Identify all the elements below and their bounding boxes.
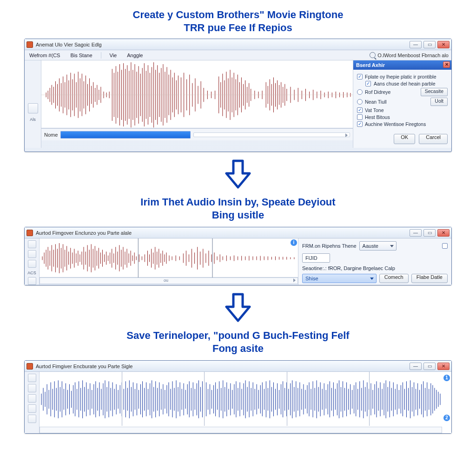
tool-button[interactable] (28, 415, 36, 423)
format-dropdown[interactable]: Aauste (359, 241, 397, 251)
minimize-button[interactable]: — (410, 363, 422, 370)
secasite-button[interactable]: Secasite (421, 88, 448, 96)
close-button[interactable]: ✕ (437, 41, 450, 48)
tool-label-als: Als (30, 117, 36, 122)
checkbox-aans[interactable] (365, 81, 371, 86)
cancel-button[interactable]: Carcel (419, 134, 448, 144)
titlebar-step3: Aurtod Fimgiver Encburate you Parte Sigl… (25, 361, 451, 372)
info-badge-2[interactable]: 2 (443, 415, 450, 421)
chevron-right-icon[interactable] (293, 278, 296, 282)
left-toolbar-step3 (25, 372, 40, 433)
window-title-step2: Aurtod Fimgover Enclunzo you Parte alale (36, 230, 410, 236)
output-path-dropdown[interactable]: Shise (302, 274, 377, 283)
status-bar-step1: Nome (41, 128, 353, 140)
menu-item-anggle[interactable]: Anggle (125, 52, 145, 59)
step3-title-line1: Save Terineloper, "pound G Buch-Festing … (23, 329, 453, 342)
app-icon (26, 230, 33, 236)
timeline-scrollbar-step3[interactable] (40, 427, 442, 433)
checkbox-hest[interactable] (357, 114, 363, 120)
editor-window-step2: Aurtod Fimgover Enclunzo you Parte alale… (24, 227, 452, 285)
step2-title-line1: Irim Thet Audio Insin by, Speate Deyiout (23, 196, 453, 209)
step3-title-line2: Fong asite (23, 342, 453, 355)
radio-rof[interactable] (357, 89, 363, 95)
tool-button[interactable] (28, 260, 36, 268)
info-badge-1[interactable]: 1 (443, 375, 450, 381)
tool-button[interactable] (28, 374, 36, 382)
radio-nean[interactable] (357, 99, 363, 105)
flow-arrow-2 (222, 292, 254, 324)
app-icon (26, 41, 33, 48)
window-title-step1: Anemat Ulo Vier Sagoic Edlg (36, 42, 410, 47)
options-pane-header: Bserd Axhir ✕ (353, 60, 451, 70)
menu-item-vie[interactable]: Vie (108, 52, 119, 59)
radio-rof-label: Rof Didreye (365, 89, 390, 95)
tool-label-acs: ACS (27, 271, 36, 275)
form-label-frm: FRM.on Ripehns Thene (302, 243, 357, 249)
maximize-button[interactable]: ▭ (423, 363, 436, 370)
tool-button-1[interactable] (28, 103, 38, 113)
track-marker-label: ou (164, 278, 168, 283)
status-scroll-track[interactable] (193, 132, 350, 137)
page-title-line2: TRR pue Fee If Repios (23, 21, 453, 34)
field-flid[interactable]: FlJID (302, 253, 330, 263)
menu-search-label: O.lWord Menboost Fbrnach alo (377, 53, 449, 58)
checkbox-vat-label: Vat Tone (365, 107, 383, 113)
tool-button[interactable] (28, 394, 36, 403)
tool-button[interactable] (28, 250, 36, 258)
options-pane-close-button[interactable]: ✕ (443, 61, 450, 68)
editor-window-step1: Anemat Ulo Vier Sagoic Edlg — ▭ ✕ Wefrom… (24, 39, 452, 152)
comech-button[interactable]: Comech (379, 274, 409, 283)
tool-button[interactable] (28, 240, 36, 248)
checkbox-auchine[interactable] (357, 121, 363, 127)
checkbox-fplate-label: Fplate oy lhepie platic ir prontible (365, 74, 436, 79)
search-icon[interactable] (370, 52, 376, 58)
page-title-line1: Create y Custom Brothers" Movie Ringtone (23, 8, 453, 21)
checkbox-vat[interactable] (357, 107, 363, 113)
waveform-pane-step2[interactable]: i (40, 238, 298, 278)
checkbox-aans-label: Aans chuse del heain parble (374, 81, 436, 86)
menu-item-wefrom[interactable]: Wefrom #(CS (27, 52, 62, 59)
tool-button[interactable] (28, 384, 36, 392)
info-badge-top[interactable]: i (291, 239, 297, 246)
tool-button[interactable] (28, 277, 36, 285)
form-pane-step2: FRM.on Ripehns Thene Aauste FlJID Seaoti… (298, 238, 451, 285)
mini-checkbox[interactable] (442, 243, 448, 249)
titlebar-step1: Anemat Ulo Vier Sagoic Edlg — ▭ ✕ (25, 39, 451, 50)
step2-title-line2: Bing usitle (23, 209, 453, 222)
editor-window-step3: Aurtod Fimgiver Encburate you Parte Sigl… (24, 360, 452, 434)
menu-item-stane[interactable]: Bis Stane (68, 52, 94, 59)
checkbox-auchine-label: Auchine Wentisoe Firegtons (365, 121, 426, 127)
ok-button[interactable]: OK (394, 134, 415, 144)
close-button[interactable]: ✕ (437, 229, 450, 237)
left-toolbar-step2: ACS (25, 238, 40, 285)
maximize-button[interactable]: ▭ (423, 41, 436, 48)
app-icon (26, 363, 33, 370)
status-label-nome: Nome (44, 132, 58, 138)
options-pane-title: Bserd Axhir (356, 62, 385, 68)
menu-separator (101, 52, 101, 59)
flow-arrow-1 (222, 159, 254, 191)
menu-search-group: O.lWord Menboost Fbrnach alo (370, 52, 449, 58)
waveform-pane-step3[interactable]: 1 2 (40, 372, 451, 433)
waveform-pane-step1[interactable] (41, 60, 353, 128)
menubar-step1: Wefrom #(CS Bis Stane Vie Anggle O.lWord… (25, 50, 451, 60)
radio-nean-label: Nean Tiull (365, 99, 387, 105)
close-button[interactable]: ✕ (437, 363, 450, 370)
form-label-seaotine: Seaotine:.: fROR, Dargine Brgelaec Calp (302, 265, 395, 271)
name-input[interactable] (60, 131, 191, 139)
options-pane: Bserd Axhir ✕ Fplate oy lhepie platic ir… (353, 60, 451, 148)
flabe-datle-button[interactable]: Flabe Datle (411, 274, 448, 283)
tool-button[interactable] (28, 404, 36, 413)
left-toolbar-step1: Als (25, 60, 41, 148)
checkbox-hest-label: Hest Bitous (365, 114, 390, 120)
maximize-button[interactable]: ▭ (423, 229, 436, 237)
minimize-button[interactable]: — (410, 229, 422, 237)
timeline-scrollbar-step2[interactable]: ou (40, 278, 298, 284)
window-title-step3: Aurtod Fimgiver Encburate you Parte Sigl… (36, 364, 410, 369)
uot-button[interactable]: Uolt (430, 98, 448, 106)
checkbox-fplate[interactable] (357, 74, 363, 79)
titlebar-step2: Aurtod Fimgover Enclunzo you Parte alale… (25, 227, 451, 238)
minimize-button[interactable]: — (410, 41, 422, 48)
